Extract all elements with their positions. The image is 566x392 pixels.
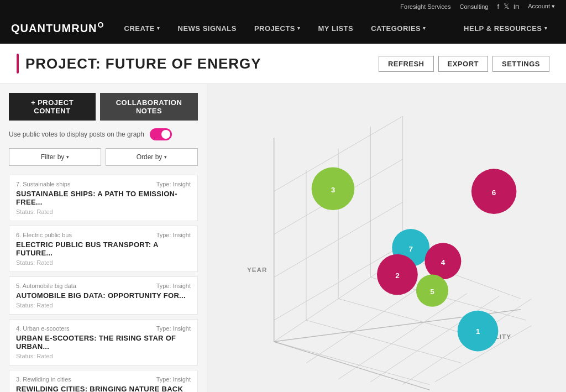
bubble-label-7: 7 — [408, 245, 413, 253]
bubble-label-3: 3 — [331, 186, 336, 194]
list-item[interactable]: 3. Rewilding in cities Type: Insight REW… — [9, 370, 198, 392]
list-item[interactable]: 6. Electric public bus Type: Insight ELE… — [9, 226, 198, 272]
nav-news-signals[interactable]: NEWS SIGNALS — [170, 13, 244, 44]
chart-area: YEAR IMPACT PROBABILITY 1 3 6 7 2 4 — [207, 84, 566, 392]
filter-by-button[interactable]: Filter by▾ — [9, 148, 101, 166]
consulting-link[interactable]: Consulting — [459, 3, 488, 10]
nav-create[interactable]: CREATE▾ — [117, 13, 168, 44]
svg-line-0 — [274, 342, 429, 385]
list-item-meta: 7. Sustainable ships Type: Insight — [16, 181, 191, 187]
list-item-title: ELECTRIC PUBLIC BUS TRANSPORT: A FUTURE.… — [16, 241, 191, 257]
header-actions: REFRESH EXPORT SETTINGS — [379, 56, 549, 72]
list-item-type: Type: Insight — [156, 325, 191, 332]
page-title: PROJECT: FUTURE OF ENERGY — [25, 55, 261, 72]
list-item-type: Type: Insight — [156, 232, 191, 238]
list-item-title: REWILDING CITIES: BRINGING NATURE BACK I… — [16, 385, 191, 392]
foresight-services-link[interactable]: Foresight Services — [400, 3, 450, 10]
list-item-meta: 4. Urban e-scooters Type: Insight — [16, 325, 191, 332]
collaboration-notes-button[interactable]: COLLABORATION NOTES — [100, 93, 198, 121]
list-item-number-category: 3. Rewilding in cities — [16, 376, 71, 383]
list-item-meta: 5. Automobile big data Type: Insight — [16, 283, 191, 289]
list-item-meta: 6. Electric public bus Type: Insight — [16, 232, 191, 238]
order-by-button[interactable]: Order by▾ — [106, 148, 198, 166]
project-items-list: 7. Sustainable ships Type: Insight SUSTA… — [9, 175, 198, 392]
toggle-row: Use public votes to display posts on the… — [9, 128, 198, 140]
sidebar: + PROJECT CONTENT COLLABORATION NOTES Us… — [0, 84, 207, 392]
nav-help-resources[interactable]: HELP & RESOURCES▾ — [456, 13, 555, 44]
bubble-label-6: 6 — [492, 189, 496, 197]
account-menu[interactable]: Account ▾ — [528, 3, 555, 10]
list-item-type: Type: Insight — [156, 283, 191, 289]
page-title-section: PROJECT: FUTURE OF ENERGY — [17, 54, 261, 74]
list-item[interactable]: 4. Urban e-scooters Type: Insight URBAN … — [9, 319, 198, 365]
export-button[interactable]: EXPORT — [438, 56, 488, 72]
list-item-meta: 3. Rewilding in cities Type: Insight — [16, 376, 191, 383]
list-item-type: Type: Insight — [156, 376, 191, 383]
bubble-label-2: 2 — [395, 271, 400, 280]
list-item-title: SUSTAINABLE SHIPS: A PATH TO EMISSION-FR… — [16, 190, 191, 206]
list-item-status: Status: Rated — [16, 302, 191, 309]
public-votes-toggle[interactable] — [150, 128, 172, 140]
list-item-number-category: 6. Electric public bus — [16, 232, 72, 238]
list-item[interactable]: 5. Automobile big data Type: Insight AUT… — [9, 276, 198, 315]
sidebar-action-buttons: + PROJECT CONTENT COLLABORATION NOTES — [9, 93, 198, 121]
list-item-number-category: 7. Sustainable ships — [16, 181, 70, 187]
scatter-chart: YEAR IMPACT PROBABILITY 1 3 6 7 2 4 — [207, 84, 566, 392]
list-item-status: Status: Rated — [16, 208, 191, 215]
toggle-label: Use public votes to display posts on the… — [9, 130, 144, 138]
svg-line-1 — [306, 320, 462, 363]
settings-button[interactable]: SETTINGS — [492, 56, 549, 72]
list-item-number-category: 5. Automobile big data — [16, 283, 76, 289]
title-accent-bar — [17, 54, 19, 74]
bubble-label-4: 4 — [441, 258, 446, 266]
svg-line-21 — [274, 342, 429, 390]
year-axis-label: YEAR — [247, 266, 267, 273]
bubble-label-1: 1 — [476, 327, 480, 336]
list-item-title: AUTOMOBILE BIG DATA: OPPORTUNITY FOR... — [16, 291, 191, 300]
facebook-icon[interactable]: f — [497, 2, 499, 11]
bubble-label-5: 5 — [430, 288, 434, 296]
refresh-button[interactable]: REFRESH — [379, 56, 434, 72]
list-item-number-category: 4. Urban e-scooters — [16, 325, 70, 332]
svg-line-7 — [338, 294, 467, 379]
nav-projects[interactable]: PROJECTS▾ — [247, 13, 308, 44]
nav-my-lists[interactable]: MY LISTS — [311, 13, 361, 44]
filter-order-row: Filter by▾ Order by▾ — [9, 148, 198, 166]
project-content-button[interactable]: + PROJECT CONTENT — [9, 93, 96, 121]
list-item-status: Status: Rated — [16, 353, 191, 359]
logo[interactable]: QUANTUMRUN — [11, 22, 103, 35]
list-item[interactable]: 7. Sustainable ships Type: Insight SUSTA… — [9, 175, 198, 221]
list-item-status: Status: Rated — [16, 259, 191, 266]
list-item-title: URBAN E-SCOOTERS: THE RISING STAR OF URB… — [16, 334, 191, 351]
nav-categories[interactable]: CATEGORIES▾ — [363, 13, 434, 44]
list-item-type: Type: Insight — [156, 181, 191, 187]
twitter-icon[interactable]: 𝕏 — [504, 2, 509, 11]
linkedin-icon[interactable]: in — [513, 2, 519, 11]
